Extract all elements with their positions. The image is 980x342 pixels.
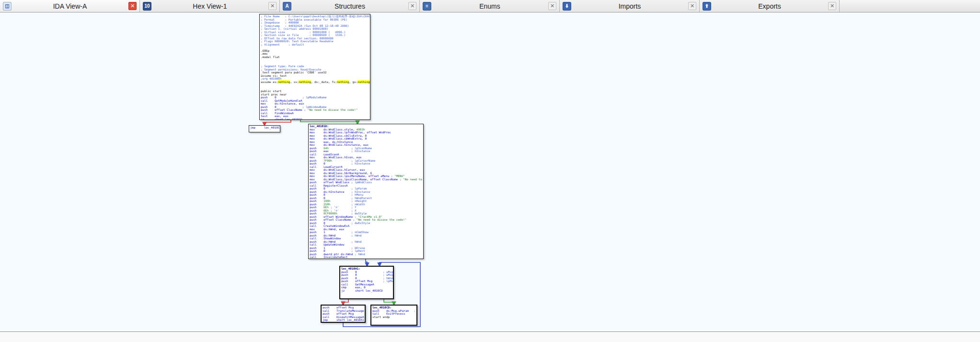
tab-close-button[interactable]: ✕: [128, 2, 137, 10]
hex-view-icon: 10: [143, 2, 151, 11]
tab-label: Imports: [574, 2, 685, 10]
tab-bar: ◫ IDA View-A ✕ 10 Hex View-1 ✕ A Structu…: [0, 0, 980, 12]
asm-line[interactable]: call InvalidateRect: [310, 256, 422, 259]
flow-edge-true: [384, 299, 394, 304]
node-create-window[interactable]: loc_40101D:mov ds:WndClass.style, 4003hm…: [308, 124, 424, 259]
asm-line[interactable]: jz short loc_4010CD: [341, 289, 392, 293]
node-start-header[interactable]: ; File Name : C:\Users\pppt\Desktop\(练习)…: [259, 14, 370, 120]
tab-close-button[interactable]: ✕: [828, 2, 836, 10]
tab-imports[interactable]: ⬇ Imports ✕: [560, 0, 700, 12]
structures-icon: A: [283, 2, 291, 11]
node-exit-process[interactable]: loc_4010CD:push ds:Msg.wParam ; uExitCod…: [370, 305, 417, 326]
asm-line[interactable]: jmp loc_4010CD: [250, 126, 279, 130]
node-dispatch-message[interactable]: push offset Msg ; lpMsgcall TranslateMes…: [321, 305, 366, 323]
node-message-loop[interactable]: loc_4010A1:push 0 ; wMsgFilterMaxpush 0 …: [339, 266, 394, 299]
tab-ida-view-a[interactable]: ◫ IDA View-A ✕: [0, 0, 140, 12]
imports-icon: ⬇: [563, 2, 571, 11]
ida-view-icon: ◫: [3, 2, 12, 11]
asm-line[interactable]: start endp: [372, 316, 415, 319]
tab-structures[interactable]: A Structures ✕: [280, 0, 420, 12]
asm-line[interactable]: jmp short loc_4010A1: [323, 318, 364, 322]
tab-close-button[interactable]: ✕: [268, 2, 277, 10]
flow-edge-false: [265, 120, 291, 124]
tab-enums[interactable]: ≡ Enums ✕: [420, 0, 560, 12]
edge-layer: [0, 12, 980, 331]
graph-view[interactable]: ; File Name : C:\Users\pppt\Desktop\(练习)…: [0, 12, 980, 331]
tab-hex-view-1[interactable]: 10 Hex View-1 ✕: [140, 0, 280, 12]
flow-edge-false: [343, 299, 348, 304]
exports-icon: ⬆: [703, 2, 711, 11]
asm-line[interactable]: assume es:nothing, ss:nothing, ds:_data,…: [261, 81, 369, 84]
tab-label: Exports: [714, 2, 825, 10]
tab-label: Enums: [434, 2, 545, 10]
flow-edge-normal: [366, 259, 367, 265]
tab-label: Structures: [294, 2, 405, 10]
tab-label: IDA View-A: [14, 2, 126, 10]
tab-close-button[interactable]: ✕: [548, 2, 556, 10]
asm-line[interactable]: jz short loc_40101D: [261, 118, 369, 120]
tab-exports[interactable]: ⬆ Exports ✕: [700, 0, 840, 12]
node-exit-stub[interactable]: jmp loc_4010CD: [249, 125, 280, 132]
tab-close-button[interactable]: ✕: [408, 2, 416, 10]
status-bar: 40.96% (-1264,160) (1166,656) 00000600 0…: [0, 331, 980, 342]
flow-edge-true: [300, 120, 357, 123]
tab-label: Hex View-1: [154, 2, 265, 10]
enums-icon: ≡: [423, 2, 431, 11]
tab-close-button[interactable]: ✕: [688, 2, 696, 10]
